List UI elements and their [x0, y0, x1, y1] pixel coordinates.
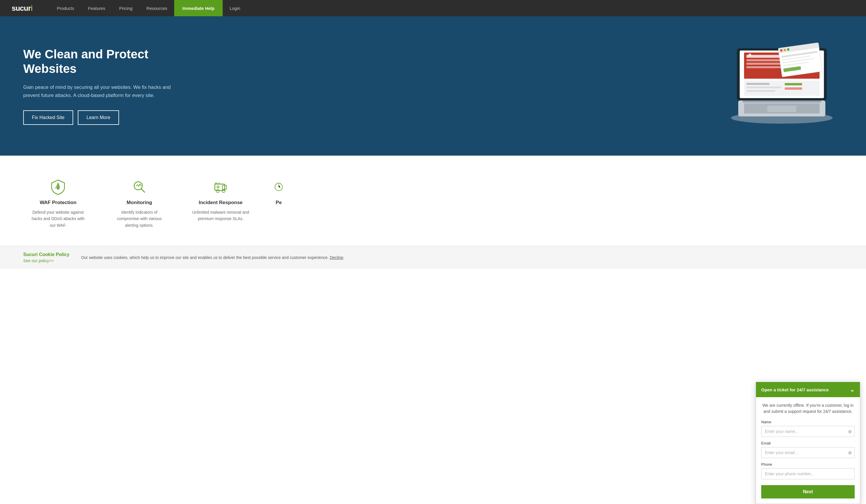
svg-rect-16	[785, 83, 802, 85]
incident-icon	[192, 179, 250, 195]
monitoring-desc: Identify indicators of compromise with v…	[110, 209, 168, 228]
logo-name: sucur	[12, 4, 31, 12]
cookie-policy-section: Sucuri Cookie Policy See our policy>>	[23, 252, 69, 263]
incident-title: Incident Response	[192, 200, 250, 205]
cookie-see-policy[interactable]: See our policy>>	[23, 258, 54, 263]
svg-rect-37	[218, 183, 220, 184]
hero-content: We Clean and Protect Websites Gain peace…	[23, 47, 186, 125]
laptop-illustration	[721, 25, 843, 130]
nav-links: Products Features Pricing Resources Imme…	[50, 0, 854, 16]
cookie-message: Our website uses cookies, which help us …	[81, 254, 843, 261]
nav-pricing[interactable]: Pricing	[112, 0, 139, 16]
waf-desc: Defend your website against hacks and DD…	[29, 209, 87, 228]
monitoring-title: Monitoring	[110, 200, 168, 205]
cookie-message-text: Our website uses cookies, which help us …	[81, 255, 329, 260]
monitoring-icon	[110, 179, 168, 195]
feature-waf: WAF Protection Defend your website again…	[23, 173, 93, 234]
svg-rect-14	[746, 87, 781, 88]
nav-features[interactable]: Features	[81, 0, 112, 16]
waf-icon	[29, 179, 87, 195]
nav-immediate-help[interactable]: Immediate Help	[174, 0, 223, 16]
hero-buttons: Fix Hacked Site Learn More	[23, 110, 186, 125]
features-section: WAF Protection Defend your website again…	[0, 156, 866, 246]
nav-login[interactable]: Login	[223, 0, 247, 16]
cookie-decline-link[interactable]: Decline	[330, 255, 343, 260]
hero-image	[721, 25, 843, 130]
svg-point-11	[748, 53, 751, 56]
perf-icon	[273, 179, 285, 195]
fix-hacked-site-button[interactable]: Fix Hacked Site	[23, 110, 73, 125]
svg-rect-36	[215, 183, 217, 184]
nav-resources[interactable]: Resources	[139, 0, 174, 16]
hero-title: We Clean and Protect Websites	[23, 47, 186, 76]
cookie-policy-link[interactable]: Sucuri Cookie Policy	[23, 252, 69, 257]
nav-products[interactable]: Products	[50, 0, 81, 16]
svg-point-35	[222, 190, 225, 192]
logo[interactable]: sucuri	[12, 4, 33, 13]
svg-rect-13	[746, 83, 770, 85]
svg-rect-17	[785, 87, 802, 90]
hero-section: We Clean and Protect Websites Gain peace…	[0, 16, 866, 156]
logo-accent: i	[31, 4, 33, 12]
navbar: sucuri Products Features Pricing Resourc…	[0, 0, 866, 16]
feature-perf: Pe	[267, 173, 290, 234]
svg-point-34	[216, 190, 219, 192]
perf-title: Pe	[273, 200, 285, 205]
svg-rect-28	[767, 106, 796, 112]
feature-incident: Incident Response Unlimited malware remo…	[186, 173, 255, 234]
cookie-period: .	[343, 255, 345, 260]
svg-rect-15	[746, 90, 775, 92]
waf-title: WAF Protection	[29, 200, 87, 205]
feature-monitoring: Monitoring Identify indicators of compro…	[104, 173, 174, 234]
incident-desc: Unlimited malware removal and premium re…	[192, 209, 250, 222]
cookie-banner: Sucuri Cookie Policy See our policy>> Ou…	[0, 246, 866, 269]
hero-subtitle: Gain peace of mind by securing all your …	[23, 83, 186, 100]
logo-text: sucuri	[12, 4, 33, 13]
learn-more-button[interactable]: Learn More	[78, 110, 119, 125]
